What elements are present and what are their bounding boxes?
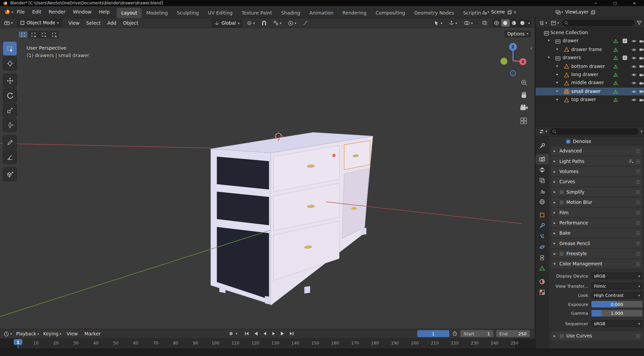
preview-range-icon[interactable] xyxy=(452,331,457,336)
shading-solid-button[interactable] xyxy=(501,19,510,27)
outliner-display-mode-button[interactable]: ▾ xyxy=(550,19,560,27)
workspace-tab-rendering[interactable]: Rendering xyxy=(338,7,371,18)
outliner-row-bottom-drawer[interactable]: ▸ bottom drawer xyxy=(536,62,644,70)
timeline-marker-menu[interactable]: Marker xyxy=(81,329,104,339)
panel-expander-icon[interactable]: ▸ xyxy=(554,149,557,153)
panel-grip-icon[interactable] xyxy=(636,220,640,225)
panel-expander-icon[interactable]: ▸ xyxy=(554,180,557,184)
properties-tab-world[interactable] xyxy=(536,196,549,207)
panel-grip-icon[interactable] xyxy=(636,159,640,163)
tool-transform-button[interactable] xyxy=(3,118,17,132)
camera-visibility-icon[interactable] xyxy=(639,47,644,52)
properties-tab-tool[interactable] xyxy=(536,141,549,151)
mode-dropdown[interactable]: Object Mode ▾ xyxy=(17,19,62,27)
scene-name[interactable]: Scene xyxy=(490,9,506,15)
start-frame-field[interactable]: Start1 xyxy=(461,330,493,337)
viewport-menu-view[interactable]: View xyxy=(65,18,83,28)
viewlayer-name[interactable]: ViewLayer xyxy=(564,9,589,15)
editor-type-button[interactable]: ▾ xyxy=(2,19,15,27)
workspace-tab-shading[interactable]: Shading xyxy=(277,7,305,18)
play-button[interactable] xyxy=(269,330,277,337)
panel-advanced[interactable]: ▸ Advanced xyxy=(551,146,642,156)
sequencer-dropdown[interactable]: sRGB▾ xyxy=(591,320,642,327)
panel-color-management[interactable]: ▾ Color Management xyxy=(551,259,642,268)
tool-select-box-button[interactable] xyxy=(3,42,17,55)
properties-tab-material[interactable] xyxy=(536,276,549,287)
side-panel-top[interactable] xyxy=(217,157,269,189)
outliner-row-drawer[interactable]: ▾ drawer ✓ xyxy=(536,37,644,45)
proportional-edit-toggle[interactable]: ▾ xyxy=(286,19,298,27)
properties-tab-texture[interactable] xyxy=(536,287,549,298)
options-button[interactable]: Options▾ xyxy=(504,30,531,38)
snap-target-dropdown[interactable]: ▾ xyxy=(272,19,283,27)
snap-toggle[interactable] xyxy=(259,19,269,27)
panel-grip-icon[interactable] xyxy=(636,252,640,256)
proportional-falloff-icon[interactable] xyxy=(301,19,310,27)
play-reverse-button[interactable] xyxy=(261,330,269,337)
gizmos-dropdown[interactable]: ▾ xyxy=(447,19,459,27)
panel-curves[interactable]: ▸ Curves xyxy=(551,177,642,186)
outliner-editor-type-button[interactable]: ▾ xyxy=(538,19,548,27)
panel-expander-icon[interactable]: ▸ xyxy=(554,200,557,204)
outliner-row-drawers[interactable]: ▾ drawers ✓ xyxy=(536,54,644,62)
panel-expander-icon[interactable]: ▸ xyxy=(554,221,557,225)
viewport-3d[interactable]: Z X +−∩ Options▾ User xyxy=(0,28,535,329)
outliner-search-input[interactable] xyxy=(562,20,635,26)
workspace-tab-animation[interactable]: Animation xyxy=(305,7,338,18)
camera-visibility-icon[interactable] xyxy=(639,72,644,77)
panel-grip-icon[interactable] xyxy=(636,200,640,205)
tool-measure-button[interactable] xyxy=(3,150,17,164)
properties-options-icon[interactable]: ▾ xyxy=(641,129,642,133)
panel-expander-icon[interactable]: ▸ xyxy=(554,252,557,256)
freestyle-checkbox[interactable] xyxy=(560,252,564,256)
tool-annotate-button[interactable] xyxy=(3,135,17,149)
maximize-button[interactable]: □ xyxy=(605,0,625,6)
menu-window[interactable]: Window xyxy=(69,6,95,18)
outliner-row-scene-collection[interactable]: Scene Collection xyxy=(536,29,644,37)
dresser-model[interactable] xyxy=(0,133,373,317)
tool-scale-button[interactable] xyxy=(3,103,17,117)
properties-tab-object[interactable] xyxy=(536,210,549,220)
properties-tab-constraints[interactable] xyxy=(536,253,549,263)
outliner-row-drawer-frame[interactable]: ▸ drawer frame xyxy=(536,46,644,53)
unlink-scene-icon[interactable]: × xyxy=(513,10,517,14)
properties-tab-physics[interactable] xyxy=(536,242,549,253)
timeline-view-menu[interactable]: View xyxy=(63,329,81,339)
expander-icon[interactable]: ▸ xyxy=(556,80,559,85)
ortho-grid-icon[interactable] xyxy=(521,118,526,124)
playhead-badge[interactable]: 1 xyxy=(14,339,23,345)
viewport-menu-select[interactable]: Select xyxy=(83,18,104,28)
simplify-checkbox[interactable] xyxy=(560,190,564,194)
eye-icon[interactable] xyxy=(631,97,637,103)
jump-to-end-button[interactable] xyxy=(288,330,296,337)
properties-tab-object-data[interactable] xyxy=(536,263,549,274)
outliner-row-middle-drawer[interactable]: ▸ middle drawer xyxy=(536,79,644,87)
panel-expander-icon[interactable]: ▸ xyxy=(554,190,557,194)
panel-grip-icon[interactable] xyxy=(636,334,640,338)
pivot-dropdown[interactable]: ▾ xyxy=(245,19,257,27)
properties-tab-output[interactable] xyxy=(536,164,549,175)
viewlayer-browse-button[interactable]: ▾ xyxy=(555,10,563,15)
panel-expander-icon[interactable]: ▸ xyxy=(554,159,557,163)
panel-grip-icon[interactable] xyxy=(636,262,640,266)
look-dropdown[interactable]: High Contrast▾ xyxy=(591,292,642,298)
select-mode-set-button[interactable] xyxy=(18,31,28,38)
presets-icon[interactable] xyxy=(628,159,634,164)
sidebar-collapse-icon[interactable]: ‹ xyxy=(530,45,532,51)
camera-view-icon[interactable] xyxy=(520,104,528,110)
next-keyframe-button[interactable] xyxy=(278,330,287,337)
eye-icon[interactable] xyxy=(631,89,637,94)
auto-keying-dropdown-icon[interactable]: ▾ xyxy=(236,332,238,335)
expander-icon[interactable]: ▸ xyxy=(556,89,559,93)
expander-icon[interactable]: ▾ xyxy=(548,39,550,43)
expander-icon[interactable]: ▸ xyxy=(556,64,559,68)
panel-grip-icon[interactable] xyxy=(636,149,640,153)
camera-visibility-icon[interactable] xyxy=(639,89,644,94)
workspace-tab-texture-paint[interactable]: Texture Paint xyxy=(237,7,277,18)
eye-icon[interactable] xyxy=(631,64,637,69)
expander-icon[interactable]: ▸ xyxy=(556,47,559,51)
properties-tab-particles[interactable] xyxy=(536,231,549,242)
collection-checkbox[interactable]: ✓ xyxy=(623,39,627,43)
panel-performance[interactable]: ▸ Performance xyxy=(551,218,642,228)
properties-tab-scene[interactable] xyxy=(536,186,549,197)
